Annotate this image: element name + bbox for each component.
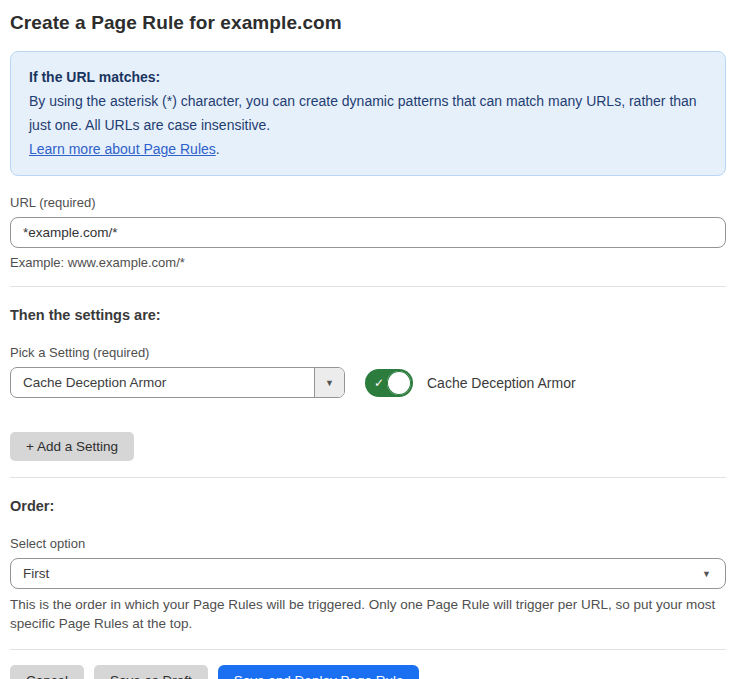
pick-setting-label: Pick a Setting (required) bbox=[10, 345, 726, 360]
order-select[interactable]: First ▼ bbox=[10, 558, 726, 589]
info-box-link-line: Learn more about Page Rules. bbox=[29, 137, 707, 161]
info-box-heading: If the URL matches: bbox=[29, 65, 707, 89]
order-help-text: This is the order in which your Page Rul… bbox=[10, 595, 726, 633]
setting-row: Cache Deception Armor ▼ ✓ Cache Deceptio… bbox=[10, 367, 726, 398]
divider bbox=[10, 286, 726, 287]
check-icon: ✓ bbox=[374, 375, 384, 391]
settings-section-heading: Then the settings are: bbox=[10, 307, 726, 323]
setting-select-arrow-button[interactable]: ▼ bbox=[314, 368, 344, 397]
select-option-label: Select option bbox=[10, 536, 726, 551]
url-input[interactable] bbox=[10, 217, 726, 248]
order-section-heading: Order: bbox=[10, 498, 726, 514]
info-box-body: By using the asterisk (*) character, you… bbox=[29, 89, 707, 137]
toggle-knob bbox=[387, 371, 411, 395]
save-and-deploy-button[interactable]: Save and Deploy Page Rule bbox=[218, 665, 420, 679]
cancel-button[interactable]: Cancel bbox=[10, 665, 84, 679]
link-suffix: . bbox=[216, 141, 220, 157]
footer-actions: Cancel Save as Draft Save and Deploy Pag… bbox=[10, 665, 726, 679]
add-setting-button[interactable]: + Add a Setting bbox=[10, 432, 134, 461]
divider bbox=[10, 649, 726, 650]
save-as-draft-button[interactable]: Save as Draft bbox=[94, 665, 208, 679]
cache-deception-armor-toggle[interactable]: ✓ bbox=[365, 369, 413, 397]
page-title: Create a Page Rule for example.com bbox=[10, 12, 726, 34]
order-select-value: First bbox=[23, 566, 49, 581]
learn-more-link[interactable]: Learn more about Page Rules bbox=[29, 141, 216, 157]
toggle-label: Cache Deception Armor bbox=[427, 375, 576, 391]
setting-select-value: Cache Deception Armor bbox=[11, 368, 314, 397]
caret-down-icon: ▼ bbox=[325, 378, 334, 388]
divider bbox=[10, 477, 726, 478]
setting-select[interactable]: Cache Deception Armor ▼ bbox=[10, 367, 345, 398]
caret-down-icon: ▼ bbox=[702, 569, 711, 579]
url-example-text: Example: www.example.com/* bbox=[10, 255, 726, 270]
url-field-label: URL (required) bbox=[10, 195, 726, 210]
url-match-info-box: If the URL matches: By using the asteris… bbox=[10, 51, 726, 176]
create-page-rule-form: Create a Page Rule for example.com If th… bbox=[0, 0, 750, 679]
